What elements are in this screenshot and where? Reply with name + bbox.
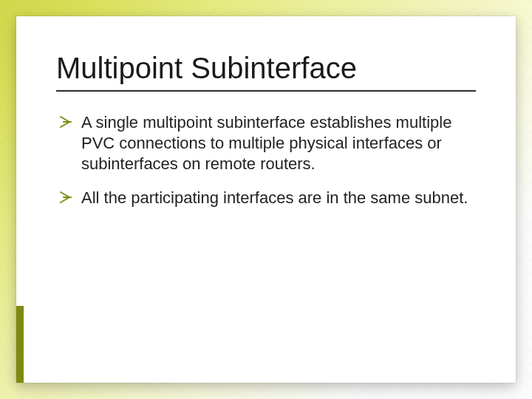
- arrow-bullet-icon: [59, 191, 72, 207]
- list-item: All the participating interfaces are in …: [59, 188, 476, 208]
- list-item: A single multipoint subinterface establi…: [59, 112, 476, 174]
- arrow-bullet-icon: [59, 115, 72, 132]
- accent-bar: [16, 306, 24, 383]
- title-underline: [56, 90, 476, 92]
- content-panel: Multipoint Subinterface A single multipo…: [16, 16, 516, 383]
- bullet-list: A single multipoint subinterface establi…: [56, 112, 476, 209]
- slide: Multipoint Subinterface A single multipo…: [0, 0, 532, 399]
- bullet-text: A single multipoint subinterface establi…: [81, 112, 476, 174]
- slide-title: Multipoint Subinterface: [56, 52, 476, 84]
- bullet-text: All the participating interfaces are in …: [81, 188, 476, 208]
